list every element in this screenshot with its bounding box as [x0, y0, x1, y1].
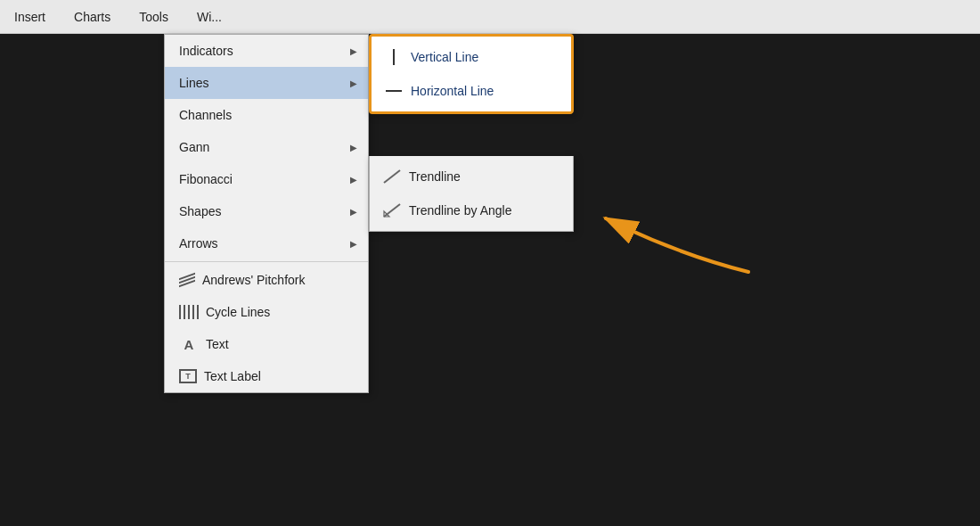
trendline-icon [382, 167, 402, 186]
menu-item-channels[interactable]: Channels [165, 99, 368, 131]
andrews-icon [179, 275, 195, 284]
lines-submenu-other: Trendline Trendline by Angle [369, 156, 574, 232]
submenu-arrow-gann: ▶ [350, 143, 357, 152]
menu-item-vertical-line[interactable]: Vertical Line [372, 40, 571, 74]
svg-line-1 [384, 204, 400, 217]
menubar-item-wi[interactable]: Wi... [183, 0, 236, 33]
menu-item-shapes[interactable]: Shapes ▶ [165, 195, 368, 227]
menubar-item-insert[interactable]: Insert [0, 0, 60, 33]
menu-item-fibonacci[interactable]: Fibonacci ▶ [165, 163, 368, 195]
menubar: Insert Charts Tools Wi... [0, 0, 980, 34]
menu-item-andrews[interactable]: Andrews' Pitchfork [165, 264, 368, 296]
trendline-angle-icon [382, 201, 402, 220]
submenu-arrow-arrows: ▶ [350, 239, 357, 249]
annotation-arrow [570, 183, 766, 292]
submenu-arrow-lines: ▶ [350, 78, 357, 88]
horizontal-line-icon [384, 90, 404, 92]
menubar-item-tools[interactable]: Tools [125, 0, 183, 33]
lines-submenu-highlighted: Vertical Line Horizontal Line [369, 34, 574, 114]
menu-item-trendline-angle[interactable]: Trendline by Angle [370, 193, 573, 227]
menu-item-horizontal-line[interactable]: Horizontal Line [372, 74, 571, 108]
text-label-icon: T [179, 369, 197, 383]
menu-item-text[interactable]: A Text [165, 328, 368, 360]
svg-line-0 [384, 170, 400, 183]
menu-separator-1 [165, 261, 368, 262]
menu-item-lines[interactable]: Lines ▶ [165, 67, 368, 99]
menubar-item-charts[interactable]: Charts [60, 0, 125, 33]
text-a-icon: A [179, 337, 199, 352]
insert-dropdown: Indicators ▶ Lines ▶ Channels Gann ▶ Fib… [164, 34, 369, 393]
submenu-arrow-shapes: ▶ [350, 207, 357, 217]
vertical-line-icon [384, 49, 404, 65]
menu-item-cyclelines[interactable]: Cycle Lines [165, 296, 368, 328]
submenu-arrow-fibonacci: ▶ [350, 175, 357, 185]
submenu-arrow-indicators: ▶ [350, 46, 357, 56]
menu-item-trendline[interactable]: Trendline [370, 160, 573, 193]
menu-item-arrows[interactable]: Arrows ▶ [165, 227, 368, 259]
menu-item-gann[interactable]: Gann ▶ [165, 131, 368, 163]
menu-item-indicators[interactable]: Indicators ▶ [165, 35, 368, 67]
menu-item-textlabel[interactable]: T Text Label [165, 360, 368, 392]
cycle-lines-icon [179, 305, 199, 319]
